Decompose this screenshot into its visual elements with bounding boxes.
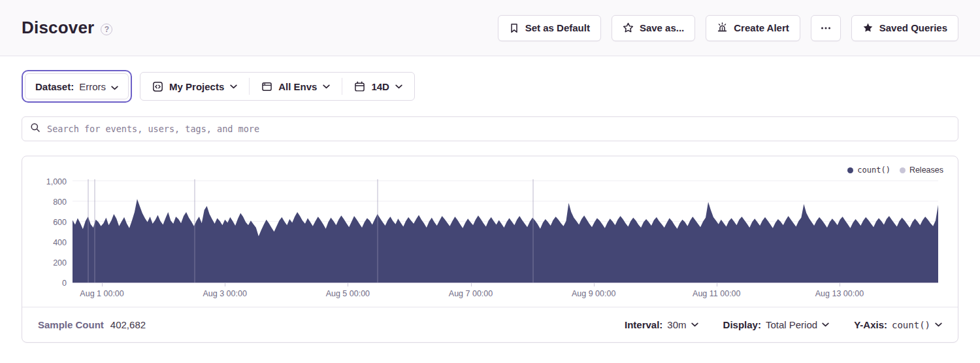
search-input[interactable] <box>47 124 950 134</box>
window-icon <box>261 81 272 92</box>
star-outline-icon <box>623 22 634 33</box>
dataset-label: Dataset: <box>35 81 74 92</box>
search-icon <box>30 122 41 135</box>
release-line[interactable] <box>532 179 534 283</box>
interval-dropdown-label: Interval: <box>625 319 662 330</box>
page-header: Discover ? Set as DefaultSave as...Creat… <box>0 0 980 56</box>
projects-filter[interactable]: My Projects <box>140 73 249 100</box>
y-axis-label: 800 <box>53 198 67 207</box>
interval-dropdown-value: 30m <box>667 319 686 330</box>
x-axis-label: Aug 5 00:00 <box>326 289 370 298</box>
search-box <box>22 116 958 141</box>
y-axis: 02004006008001,000 <box>22 182 73 283</box>
sample-count-value: 402,682 <box>110 319 146 330</box>
chevron-down-icon <box>323 84 330 89</box>
ellipsis-icon <box>820 23 832 33</box>
legend-dot <box>900 167 906 173</box>
dataset-value: Errors <box>79 81 106 92</box>
display-dropdown-label: Display: <box>723 319 761 330</box>
chart-footer: Sample Count 402,682 Interval:30mDisplay… <box>22 307 958 342</box>
chevron-down-icon <box>822 322 829 327</box>
saved-queries-button-label: Saved Queries <box>879 22 947 33</box>
date-range-filter[interactable]: 14D <box>342 73 414 100</box>
release-line[interactable] <box>94 179 95 283</box>
projects-filter-label: My Projects <box>169 81 224 92</box>
chart-legend: count()Releases <box>847 165 943 175</box>
save-as-button[interactable]: Save as... <box>612 15 695 41</box>
y-axis-dropdown-value: count() <box>892 320 930 330</box>
legend-dot <box>847 167 853 173</box>
y-axis-dropdown-label: Y-Axis: <box>854 319 887 330</box>
release-line[interactable] <box>194 179 195 283</box>
set-as-default-button[interactable]: Set as Default <box>498 15 601 41</box>
footer-controls: Interval:30mDisplay:Total PeriodY-Axis:c… <box>625 319 942 330</box>
header-actions: Set as DefaultSave as...Create AlertSave… <box>498 15 958 41</box>
page-title: Discover <box>22 18 94 38</box>
project-icon <box>152 81 163 92</box>
date-range-filter-label: 14D <box>371 81 389 92</box>
area-series <box>73 182 938 283</box>
chart-area: count()Releases 02004006008001,000 Aug 1… <box>22 156 958 307</box>
chart-plot[interactable] <box>73 182 938 283</box>
y-axis-label: 600 <box>53 218 67 227</box>
environments-filter[interactable]: All Envs <box>250 73 342 100</box>
help-icon[interactable]: ? <box>101 24 112 35</box>
more-options-button[interactable] <box>811 15 841 41</box>
chevron-down-icon <box>691 322 698 327</box>
y-axis-dropdown[interactable]: Y-Axis:count() <box>854 319 942 330</box>
bookmark-icon <box>509 23 519 33</box>
star-filled-icon <box>862 22 874 33</box>
create-alert-button[interactable]: Create Alert <box>706 15 800 41</box>
release-line[interactable] <box>377 179 378 283</box>
events-chart-panel: count()Releases 02004006008001,000 Aug 1… <box>22 156 958 343</box>
environments-filter-label: All Envs <box>278 81 317 92</box>
save-as-button-label: Save as... <box>640 22 684 33</box>
display-dropdown[interactable]: Display:Total Period <box>723 319 830 330</box>
saved-queries-button[interactable]: Saved Queries <box>851 15 958 41</box>
release-line[interactable] <box>88 179 89 283</box>
chevron-down-icon <box>395 84 402 89</box>
filter-row: Dataset: Errors My ProjectsAll Envs14D <box>22 70 958 103</box>
x-axis-label: Aug 1 00:00 <box>80 289 123 298</box>
y-axis-label: 400 <box>53 238 67 247</box>
x-axis-label: Aug 11 00:00 <box>693 289 740 298</box>
chevron-down-icon <box>111 81 118 92</box>
x-axis-label: Aug 13 00:00 <box>815 289 864 298</box>
interval-dropdown[interactable]: Interval:30m <box>625 319 698 330</box>
display-dropdown-value: Total Period <box>766 319 817 330</box>
x-axis: Aug 1 00:00Aug 3 00:00Aug 5 00:00Aug 7 0… <box>73 283 938 307</box>
sample-count: Sample Count 402,682 <box>38 319 146 330</box>
dataset-filter[interactable]: Dataset: Errors <box>25 73 129 99</box>
legend-item-releases[interactable]: Releases <box>900 165 943 175</box>
legend-item-count[interactable]: count() <box>847 165 890 175</box>
y-axis-label: 0 <box>62 279 67 288</box>
sample-count-label: Sample Count <box>38 319 104 330</box>
legend-label: count() <box>857 165 890 175</box>
legend-label: Releases <box>909 165 943 175</box>
x-axis-label: Aug 3 00:00 <box>203 289 246 298</box>
y-axis-label: 1,000 <box>46 177 67 186</box>
x-axis-label: Aug 7 00:00 <box>449 289 493 298</box>
chevron-down-icon <box>230 84 237 89</box>
dataset-highlight: Dataset: Errors <box>22 70 132 103</box>
calendar-icon <box>354 81 365 92</box>
create-alert-button-label: Create Alert <box>734 22 789 33</box>
y-axis-label: 200 <box>53 258 67 268</box>
siren-icon <box>717 22 728 33</box>
gridline <box>73 181 938 181</box>
set-as-default-button-label: Set as Default <box>525 22 590 33</box>
chevron-down-icon <box>935 322 942 327</box>
page-filter-bar: My ProjectsAll Envs14D <box>140 72 415 101</box>
x-axis-label: Aug 9 00:00 <box>572 289 615 298</box>
